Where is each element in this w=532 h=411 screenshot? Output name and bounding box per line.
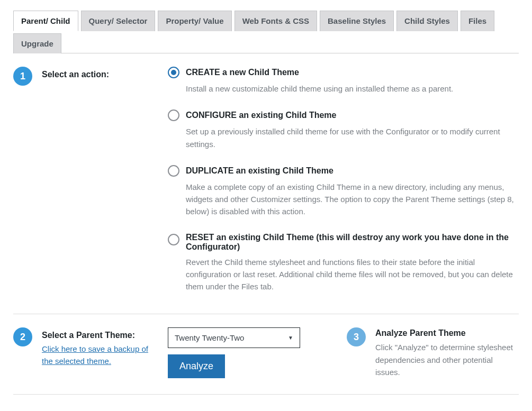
step-number-1: 1 [13,67,32,86]
tab-child-styles[interactable]: Child Styles [396,11,458,31]
radio-duplicate[interactable] [168,165,179,177]
step-2-block: 2 Select a Parent Theme: Click here to s… [13,327,347,378]
tab-files[interactable]: Files [461,11,494,31]
step-2-label: Select a Parent Theme: [42,331,158,340]
tab-web-fonts[interactable]: Web Fonts & CSS [235,11,317,31]
analyze-button[interactable]: Analyze [168,354,225,378]
step-1-row: 1 Select an action: CREATE a new Child T… [13,67,519,298]
step-number-2: 2 [13,327,32,346]
step-3-desc: Click "Analyze" to determine stylesheet … [375,341,519,378]
radio-duplicate-desc: Make a complete copy of an existing Chil… [186,181,519,218]
backup-link[interactable]: Click here to save a backup of the selec… [42,343,158,367]
radio-reset-desc: Revert the Child theme stylesheet and fu… [186,256,519,293]
step-number-3: 3 [347,327,366,346]
radio-duplicate-title: DUPLICATE an existing Child Theme [186,166,333,176]
option-duplicate: DUPLICATE an existing Child Theme Make a… [168,165,519,218]
tab-parent-child[interactable]: Parent/ Child [13,11,78,31]
tabs-bar: Parent/ Child Query/ Selector Property/ … [13,11,519,53]
step-1-label: Select an action: [42,70,158,79]
radio-reset-title: RESET an existing Child Theme (this will… [186,233,519,252]
radio-reset[interactable] [168,234,179,245]
tab-property-value[interactable]: Property/ Value [158,11,231,31]
radio-configure[interactable] [168,109,179,121]
radio-create[interactable] [168,67,179,78]
tab-upgrade[interactable]: Upgrade [13,33,61,53]
radio-configure-desc: Set up a previously installed child them… [186,125,519,150]
radio-configure-title: CONFIGURE an existing Child Theme [186,111,336,120]
chevron-down-icon: ▼ [288,335,293,341]
tab-query-selector[interactable]: Query/ Selector [81,11,156,31]
step-3-title: Analyze Parent Theme [375,328,519,338]
option-configure: CONFIGURE an existing Child Theme Set up… [168,109,519,150]
radio-create-title: CREATE a new Child Theme [186,68,299,77]
option-create: CREATE a new Child Theme Install a new c… [168,67,519,95]
parent-theme-select[interactable]: Twenty Twenty-Two ▼ [168,327,300,348]
parent-theme-selected: Twenty Twenty-Two [175,333,244,342]
tab-baseline-styles[interactable]: Baseline Styles [320,11,394,31]
radio-create-desc: Install a new customizable child theme u… [186,83,519,95]
option-reset: RESET an existing Child Theme (this will… [168,233,519,293]
step-3-block: 3 Analyze Parent Theme Click "Analyze" t… [347,327,519,378]
